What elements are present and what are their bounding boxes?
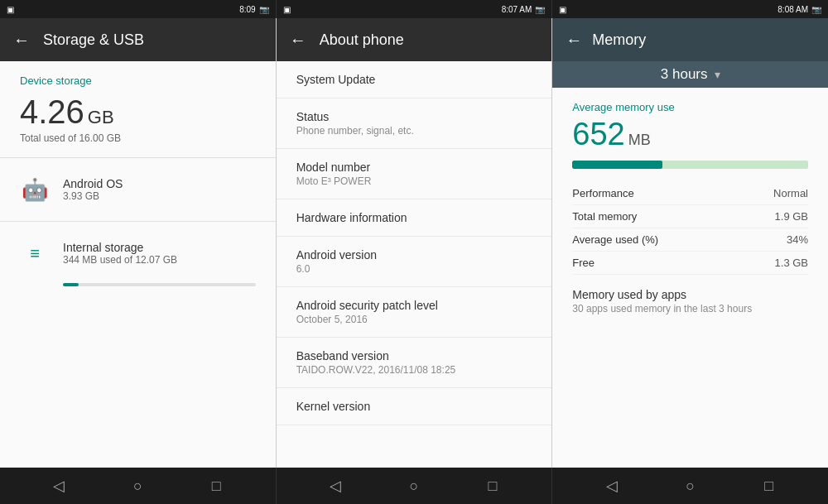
- memory-title: Memory: [592, 31, 646, 49]
- nav-back-2[interactable]: ◁: [319, 469, 352, 502]
- nav-back-3[interactable]: ◁: [595, 469, 628, 502]
- free-label: Free: [572, 257, 595, 269]
- android-version-title: Android version: [296, 248, 532, 262]
- about-content: System Update Status Phone number, signa…: [277, 61, 552, 468]
- memory-stats: Performance Normal Total memory 1.9 GB A…: [572, 182, 808, 275]
- baseband-sub: TAIDO.ROW.V22, 2016/11/08 18:25: [296, 364, 532, 376]
- status-bar-panel1: ▣ 8:09 📷: [0, 0, 276, 18]
- about-item-hardware[interactable]: Hardware information: [277, 199, 552, 237]
- status-right-panel2: 8:07 AM 📷: [502, 5, 546, 14]
- internal-sub: 344 MB used of 12.07 GB: [63, 254, 177, 266]
- nav-recent-2[interactable]: □: [476, 469, 509, 502]
- performance-value: Normal: [773, 187, 808, 199]
- android-title: Android OS: [63, 177, 123, 190]
- internal-storage-icon: ≡: [20, 238, 50, 268]
- android-sub: 3.93 GB: [63, 190, 123, 202]
- model-sub: Moto E³ POWER: [296, 175, 532, 187]
- avg-memory-value: 652 MB: [572, 117, 808, 152]
- storage-item-internal[interactable]: ≡ Internal storage 344 MB used of 12.07 …: [0, 228, 276, 278]
- about-back-button[interactable]: ←: [290, 31, 306, 50]
- memory-stat-avg-used: Average used (%) 34%: [572, 228, 808, 252]
- storage-back-button[interactable]: ←: [13, 31, 30, 50]
- signal-icon-2: ▣: [283, 5, 291, 14]
- status-left-panel2: ▣: [283, 5, 291, 14]
- memory-usage-bar: [572, 161, 808, 169]
- memory-inner: Average memory use 652 MB Performance No…: [552, 88, 828, 328]
- free-value: 1.3 GB: [775, 257, 808, 269]
- camera-icon-1: 📷: [259, 5, 269, 14]
- avg-memory-num: 652: [572, 117, 624, 152]
- status-time-panel2: 8:07 AM: [502, 5, 532, 14]
- storage-content: Device storage 4.26 GB Total used of 16.…: [0, 61, 276, 468]
- baseband-title: Baseband version: [296, 349, 532, 362]
- storage-size-number: 4.26: [20, 94, 84, 131]
- memory-apps-title: Memory used by apps: [572, 288, 808, 301]
- status-left-panel3: ▣: [559, 5, 566, 14]
- memory-toolbar: ← Memory: [552, 18, 828, 61]
- kernel-title: Kernel version: [296, 400, 532, 413]
- time-selector-bar[interactable]: 3 hours ▾: [552, 61, 828, 88]
- about-item-status[interactable]: Status Phone number, signal, etc.: [277, 98, 552, 149]
- status-sub: Phone number, signal, etc.: [296, 125, 532, 137]
- storage-item-android[interactable]: 🤖 Android OS 3.93 GB: [0, 165, 276, 214]
- nav-recent-1[interactable]: □: [200, 469, 233, 502]
- memory-stat-total: Total memory 1.9 GB: [572, 205, 808, 228]
- about-item-security-patch[interactable]: Android security patch level October 5, …: [277, 287, 552, 338]
- storage-size-unit: GB: [88, 107, 114, 128]
- nav-panel-3: ◁ ○ □: [551, 468, 828, 504]
- status-time-panel3: 8:08 AM: [777, 5, 808, 14]
- status-bar-panel3: ▣ 8:08 AM 📷: [551, 0, 828, 18]
- storage-divider: [0, 157, 276, 158]
- nav-panel-1: ◁ ○ □: [0, 468, 276, 504]
- status-right-panel3: 8:08 AM 📷: [777, 5, 821, 14]
- status-left-panel1: ▣: [7, 5, 14, 14]
- total-memory-label: Total memory: [572, 210, 637, 223]
- hardware-title: Hardware information: [296, 211, 532, 224]
- about-toolbar: ← About phone: [277, 18, 552, 61]
- memory-content: Average memory use 652 MB Performance No…: [552, 88, 828, 468]
- nav-home-1[interactable]: ○: [121, 469, 154, 502]
- memory-apps-sub: 30 apps used memory in the last 3 hours: [572, 303, 808, 314]
- storage-title: Storage & USB: [43, 31, 144, 49]
- internal-title: Internal storage: [63, 241, 177, 254]
- camera-icon-3: 📷: [811, 5, 821, 14]
- internal-storage-bar: [63, 283, 256, 286]
- about-item-model[interactable]: Model number Moto E³ POWER: [277, 149, 552, 199]
- nav-bar: ◁ ○ □ ◁ ○ □ ◁ ○ □: [0, 468, 828, 504]
- memory-panel: ← Memory 3 hours ▾ Average memory use 65…: [552, 18, 828, 468]
- memory-apps-section[interactable]: Memory used by apps 30 apps used memory …: [572, 288, 808, 314]
- nav-home-2[interactable]: ○: [397, 469, 431, 502]
- memory-back-button[interactable]: ←: [566, 31, 582, 50]
- performance-label: Performance: [572, 187, 633, 199]
- android-icon: 🤖: [20, 175, 50, 204]
- status-time-panel1: 8:09: [239, 5, 255, 14]
- about-item-baseband[interactable]: Baseband version TAIDO.ROW.V22, 2016/11/…: [277, 338, 552, 388]
- nav-back-1[interactable]: ◁: [42, 469, 75, 502]
- camera-icon-2: 📷: [535, 5, 545, 14]
- internal-storage-bar-fill: [63, 283, 79, 286]
- nav-home-3[interactable]: ○: [674, 469, 707, 502]
- total-memory-value: 1.9 GB: [775, 210, 808, 223]
- security-patch-sub: October 5, 2016: [296, 314, 532, 325]
- nav-recent-3[interactable]: □: [753, 469, 786, 502]
- nav-panel-2: ◁ ○ □: [276, 468, 552, 504]
- status-icon-1: ▣: [7, 5, 14, 14]
- memory-stat-performance: Performance Normal: [572, 182, 808, 205]
- time-selector-label: 3 hours: [661, 66, 708, 83]
- storage-header: Device storage 4.26 GB Total used of 16.…: [0, 61, 276, 151]
- android-info: Android OS 3.93 GB: [63, 177, 123, 202]
- about-item-system-update[interactable]: System Update: [277, 61, 552, 98]
- time-dropdown-arrow[interactable]: ▾: [715, 68, 720, 81]
- status-right-panel1: 8:09 📷: [239, 5, 268, 14]
- avg-memory-label: Average memory use: [572, 101, 808, 113]
- storage-toolbar: ← Storage & USB: [0, 18, 276, 61]
- storage-total-text: Total used of 16.00 GB: [20, 132, 256, 144]
- memory-bar-fill: [572, 161, 662, 169]
- about-item-kernel[interactable]: Kernel version: [277, 388, 552, 425]
- storage-panel: ← Storage & USB Device storage 4.26 GB T…: [0, 18, 277, 468]
- security-patch-title: Android security patch level: [296, 299, 532, 312]
- about-panel: ← About phone System Update Status Phone…: [277, 18, 553, 468]
- about-item-android-version[interactable]: Android version 6.0: [277, 237, 552, 287]
- device-storage-label: Device storage: [20, 74, 256, 87]
- system-update-title: System Update: [296, 73, 532, 86]
